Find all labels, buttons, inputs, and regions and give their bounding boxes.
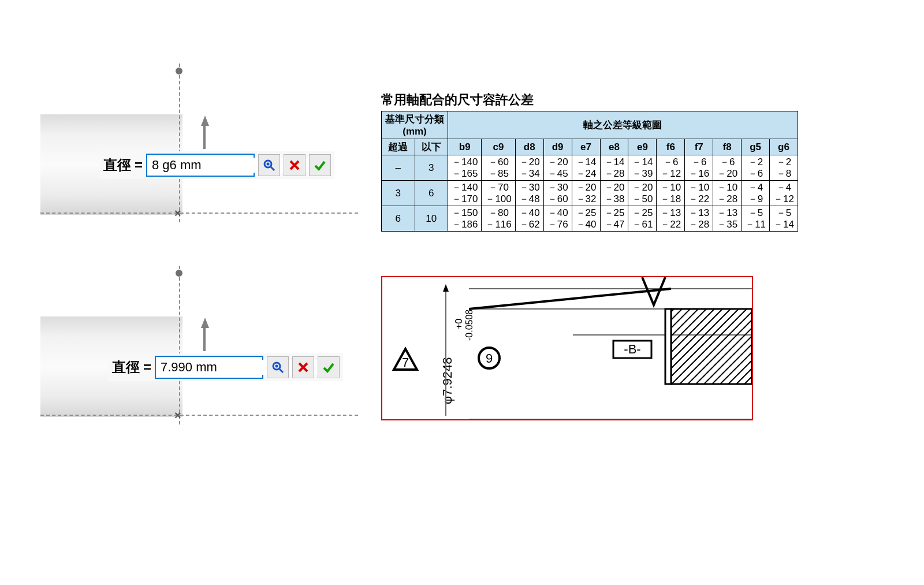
svg-point-1 — [267, 163, 270, 166]
balloon-circle: 9 — [486, 351, 493, 366]
datum-label: -B- — [624, 342, 640, 356]
grade-col-f7: f7 — [685, 139, 713, 155]
grade-col-d9: d9 — [543, 139, 572, 155]
drag-handle-dot[interactable] — [176, 68, 182, 74]
grade-col-f6: f6 — [657, 139, 685, 155]
grade-col-f8: f8 — [713, 139, 742, 155]
col-to: 以下 — [415, 139, 448, 155]
svg-line-10 — [469, 289, 671, 309]
grade-col-d8: d8 — [515, 139, 543, 155]
col-over: 超過 — [382, 139, 415, 155]
grade-col-g5: g5 — [742, 139, 770, 155]
dimension-value-input[interactable]: ▲ ▼ — [155, 356, 263, 379]
svg-rect-12 — [665, 309, 671, 384]
table-row: 36－140－170－70－100－30－48－30－60－20－32－20－3… — [382, 181, 798, 206]
upper-tolerance: +0 — [454, 319, 464, 329]
table-row: –3－140－165－60－85－20－34－20－45－14－24－14－28… — [382, 155, 798, 181]
grade-col-b9: b9 — [448, 139, 482, 155]
svg-line-2 — [271, 167, 274, 170]
table-row: 610－150－186－80－116－40－62－40－76－25－40－25－… — [382, 206, 798, 232]
confirm-button[interactable] — [309, 154, 331, 176]
dimension-value-input[interactable]: ▲ ▼ — [146, 154, 255, 177]
dimension-input-row-1: 直徑 = ▲ ▼ — [100, 151, 334, 179]
diameter-value: φ7.9248 — [440, 357, 454, 404]
grade-col-c9: c9 — [482, 139, 515, 155]
zoom-button[interactable] — [267, 356, 289, 378]
svg-line-5 — [280, 369, 283, 372]
tolerance-table: 基準尺寸分類 (mm) 軸之公差等級範圍 超過 以下 b9c9d8d9e7e8e… — [381, 111, 798, 232]
cad-view-2: × — [40, 266, 358, 427]
range-header: 基準尺寸分類 (mm) — [382, 111, 448, 139]
centerline-horizontal — [40, 213, 358, 214]
balloon-triangle: 7 — [402, 355, 409, 370]
svg-point-4 — [275, 365, 278, 368]
grade-header: 軸之公差等級範圍 — [448, 111, 798, 139]
centerline-horizontal — [40, 415, 358, 416]
cancel-button[interactable] — [284, 154, 305, 176]
dimension-label: 直徑 — [103, 156, 131, 174]
grade-col-g6: g6 — [770, 139, 798, 155]
lower-tolerance: -0.0508 — [464, 310, 474, 341]
grade-col-e9: e9 — [628, 139, 657, 155]
axis-marker: × — [174, 409, 185, 419]
dimension-label: 直徑 — [112, 358, 140, 377]
equals-sign: = — [135, 157, 143, 173]
centerline-vertical — [179, 64, 180, 222]
grade-col-e8: e8 — [600, 139, 628, 155]
axis-marker: × — [174, 207, 185, 217]
dimension-input-row-2: 直徑 = ▲ ▼ — [109, 353, 343, 381]
table-title: 常用軸配合的尺寸容許公差 — [381, 91, 798, 109]
grade-col-e7: e7 — [572, 139, 600, 155]
engineering-drawing-detail: -B- φ7.9248 +0 -0.0508 7 9 — [381, 276, 753, 420]
dimension-leader — [203, 125, 206, 149]
tolerance-table-wrapper: 常用軸配合的尺寸容許公差 基準尺寸分類 (mm) 軸之公差等級範圍 超過 以下 … — [381, 91, 798, 232]
equals-sign: = — [143, 359, 151, 375]
cad-view-1: × — [40, 64, 358, 225]
zoom-button[interactable] — [258, 154, 280, 176]
cancel-button[interactable] — [292, 356, 314, 378]
drag-handle-dot[interactable] — [176, 270, 182, 277]
confirm-button[interactable] — [318, 356, 340, 378]
centerline-vertical — [179, 266, 180, 424]
dimension-leader — [203, 327, 206, 351]
